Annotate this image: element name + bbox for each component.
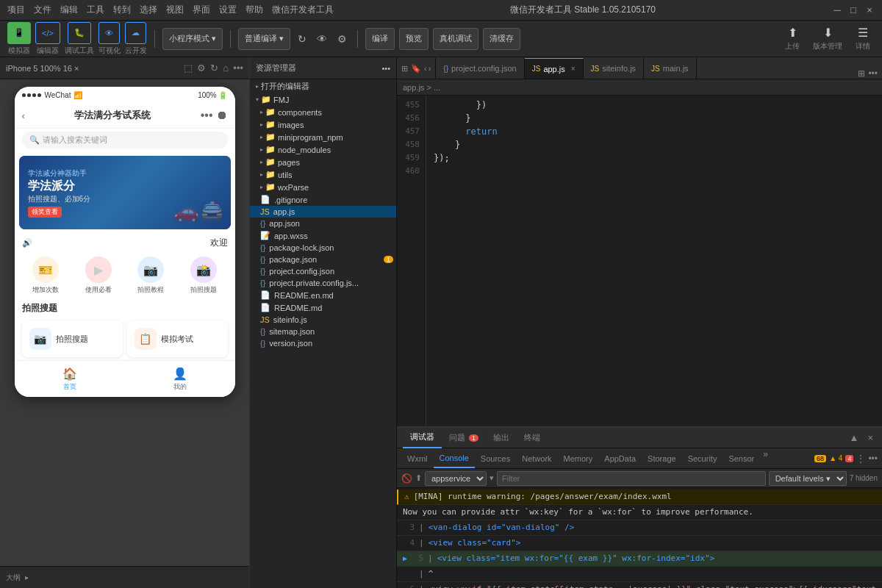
console-service-select[interactable]: appservice <box>425 471 487 486</box>
tree-item-readme-en[interactable]: 📄 README.en.md <box>250 289 396 301</box>
debug-tool[interactable]: 🐛 调试工具 <box>65 22 94 56</box>
debug-button[interactable]: 🐛 <box>68 22 91 44</box>
editor-tab-appjs[interactable]: JS app.js × <box>525 58 584 79</box>
code-content[interactable]: }) } return } }); <box>426 96 882 426</box>
menu-item-select[interactable]: 选择 <box>140 4 157 16</box>
mode-dropdown[interactable]: 小程序模式 ▾ <box>162 28 223 50</box>
tree-item-wxparse[interactable]: ▸ 📁 wxParse <box>250 181 396 193</box>
version-mgmt-button[interactable]: ⬇ 版本管理 <box>808 24 847 53</box>
tree-item-sitemap[interactable]: {} sitemap.json <box>250 326 396 337</box>
devtools-tab-terminal[interactable]: 终端 <box>517 428 548 448</box>
menu-item-goto[interactable]: 转到 <box>113 4 131 16</box>
tree-item-readme[interactable]: 📄 README.md <box>250 301 396 314</box>
console-sub-tab-appdata[interactable]: AppData <box>598 449 642 468</box>
simulator-tool[interactable]: 📱 模拟器 <box>7 22 31 56</box>
editor-tab-siteinfo[interactable]: JS siteinfo.js <box>584 58 645 79</box>
split-icon[interactable]: ⊞ <box>401 64 408 74</box>
visual-tool[interactable]: 👁 可视化 <box>98 22 121 56</box>
maximize-button[interactable]: □ <box>848 5 858 15</box>
phone-rotate-icon[interactable]: ⬚ <box>184 62 193 74</box>
phone-icon-item-2[interactable]: 📷 拍照教程 <box>127 257 176 295</box>
real-dev-button[interactable]: 真机调试 <box>433 28 478 50</box>
record-icon[interactable]: ⏺ <box>216 109 228 122</box>
preview-button[interactable]: 预览 <box>399 28 429 50</box>
menu-item-view[interactable]: 视图 <box>166 4 184 16</box>
tree-item-images[interactable]: ▸ 📁 images <box>250 118 396 131</box>
console-filter-input[interactable] <box>497 471 766 486</box>
more-menu-icon[interactable]: ••• <box>201 109 213 122</box>
console-sub-tab-network[interactable]: Network <box>516 449 557 468</box>
tab-close-appjs[interactable]: × <box>571 65 576 73</box>
file-panel-more[interactable]: ••• <box>381 64 390 73</box>
menu-item-wechat[interactable]: 微信开发者工具 <box>272 4 334 16</box>
console-sub-tab-memory[interactable]: Memory <box>558 449 599 468</box>
tree-item-version[interactable]: {} version.json <box>250 337 396 349</box>
close-button[interactable]: × <box>864 5 875 15</box>
back-nav-icon[interactable]: ‹ <box>424 64 427 73</box>
banner-btn[interactable]: 领奖查看 <box>28 207 62 218</box>
phone-icon-item-0[interactable]: 🎫 增加次数 <box>22 257 71 295</box>
tree-item-projectprivate[interactable]: {} project.private.config.js... <box>250 277 396 289</box>
tree-item-node-modules[interactable]: ▸ 📁 node_modules <box>250 143 396 156</box>
editor-tab-mainjs[interactable]: JS main.js <box>644 58 697 79</box>
eye-icon[interactable]: 👁 <box>314 33 330 45</box>
settings-icon[interactable]: ⚙ <box>334 33 350 45</box>
tree-item-siteinfo[interactable]: JS siteinfo.js <box>250 314 396 326</box>
editor-tool[interactable]: </> 编辑器 <box>35 22 60 56</box>
phone-top-icons[interactable]: ⬚ ⚙ ↻ ⌂ ••• <box>184 62 243 74</box>
console-sub-tab-sources[interactable]: Sources <box>475 449 516 468</box>
forward-nav-icon[interactable]: › <box>429 64 431 73</box>
fmj-root[interactable]: ▾ 📁 FMJ <box>250 93 396 106</box>
simulator-button[interactable]: 📱 <box>7 22 31 44</box>
menu-item-tools[interactable]: 工具 <box>87 4 104 16</box>
tree-item-appjson[interactable]: {} app.json <box>250 218 396 229</box>
upload-button[interactable]: ⬆ 上传 <box>781 24 804 53</box>
tree-item-miniprogram-npm[interactable]: ▸ 📁 miniprogram_npm <box>250 131 396 143</box>
console-sub-tab-storage[interactable]: Storage <box>642 449 682 468</box>
tree-item-pkglock[interactable]: {} package-lock.json <box>250 242 396 254</box>
console-more-tabs-icon[interactable]: » <box>760 449 771 468</box>
editor-tab-projectconfig[interactable]: {} project.config.json <box>436 58 524 79</box>
phone-more-icon[interactable]: ••• <box>233 62 243 74</box>
phone-search-input[interactable]: 🔍 请输入搜索关键词 <box>22 132 228 148</box>
menu-item-project[interactable]: 项目 <box>7 4 25 16</box>
devtools-collapse-icon[interactable]: ▲ <box>847 431 862 445</box>
tree-item-appwxss[interactable]: 📝 app.wxss <box>250 229 396 242</box>
console-top-icon[interactable]: ⬆ <box>415 473 422 483</box>
visual-button[interactable]: 👁 <box>98 22 120 44</box>
console-levels-select[interactable]: Default levels ▾ <box>769 471 847 486</box>
console-content[interactable]: ⚠ [MINA] runtime warning: /pages/answer/… <box>397 488 882 588</box>
devtools-tab-debugger[interactable]: 调试器 <box>403 428 442 448</box>
menu-item-settings[interactable]: 设置 <box>219 4 237 16</box>
tree-item-components[interactable]: ▸ 📁 components <box>250 106 396 118</box>
phone-nav-home[interactable]: 🏠 首页 <box>15 361 125 397</box>
console-sub-tab-console[interactable]: Console <box>434 449 475 468</box>
phone-card-0[interactable]: 📷 拍照搜题 <box>22 320 123 357</box>
compile-dropdown[interactable]: 普通编译 ▾ <box>238 28 290 50</box>
settings-console-icon[interactable]: ⋮ <box>856 453 865 464</box>
menu-bar[interactable]: 项目 文件 编辑 工具 转到 选择 视图 界面 设置 帮助 微信开发者工具 <box>7 4 334 16</box>
phone-icon-item-3[interactable]: 📸 拍照搜题 <box>179 257 228 295</box>
tab-split-icon[interactable]: ⊞ <box>858 68 865 79</box>
devtools-tab-output[interactable]: 输出 <box>486 428 517 448</box>
phone-reload-icon[interactable]: ↻ <box>210 62 218 74</box>
refresh-icon[interactable]: ↻ <box>295 33 309 45</box>
console-clear-icon[interactable]: 🚫 <box>401 473 412 484</box>
tree-item-pkgjson[interactable]: {} package.json 1 <box>250 254 396 265</box>
more-console-icon[interactable]: ••• <box>868 453 878 464</box>
tree-item-projectconfig[interactable]: {} project.config.json <box>250 265 396 277</box>
menu-item-edit[interactable]: 编辑 <box>60 4 78 16</box>
tree-item-gitignore[interactable]: 📄 .gitignore <box>250 193 396 206</box>
phone-home-icon[interactable]: ⌂ <box>223 62 229 74</box>
clear-cache-button[interactable]: 清缓存 <box>483 28 520 50</box>
phone-card-1[interactable]: 📋 模拟考试 <box>127 320 228 357</box>
tree-item-appjs[interactable]: JS app.js <box>250 206 396 218</box>
menu-item-help[interactable]: 帮助 <box>245 4 263 16</box>
editor-button[interactable]: </> <box>35 22 60 44</box>
detail-button[interactable]: ☰ 详情 <box>851 24 875 53</box>
console-sub-tab-wxml[interactable]: Wxml <box>401 449 434 468</box>
phone-nav-my[interactable]: 👤 我的 <box>125 361 235 397</box>
cloud-button[interactable]: ☁ <box>125 22 146 44</box>
phone-settings-icon[interactable]: ⚙ <box>197 62 206 74</box>
menu-item-file[interactable]: 文件 <box>34 4 51 16</box>
